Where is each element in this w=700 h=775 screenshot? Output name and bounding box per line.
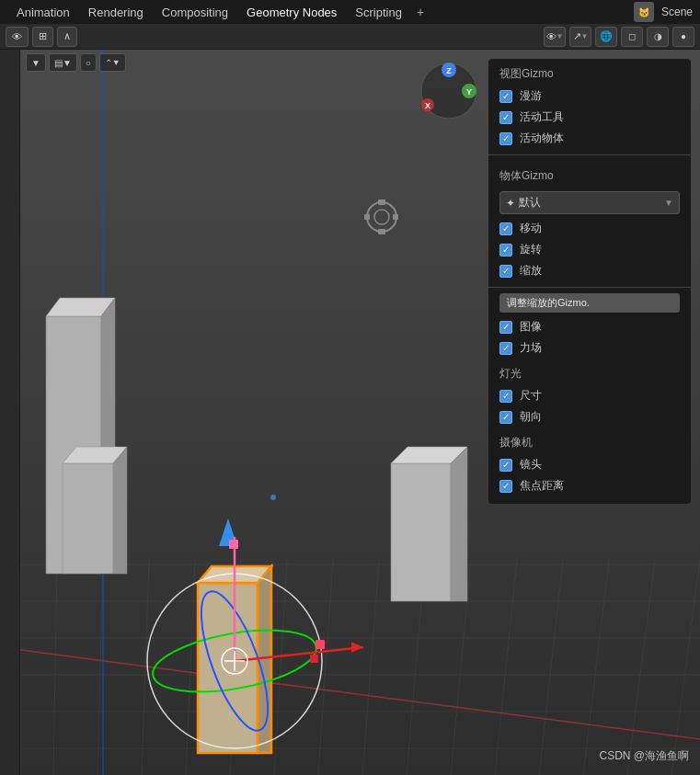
- focus-label: 焦点距离: [520, 478, 564, 494]
- svg-marker-30: [113, 447, 127, 574]
- overlay-icon-5[interactable]: ◑: [647, 27, 669, 47]
- direction-checkbox[interactable]: [499, 411, 512, 424]
- object-gizmo-dropdown[interactable]: ✦ 默认 ▼: [499, 191, 680, 214]
- wander-checkbox[interactable]: [499, 90, 512, 103]
- wave-button[interactable]: ∧: [57, 27, 77, 47]
- divider-2: [488, 287, 691, 288]
- viewport-top-left: ▼ ▤▼ ○ ⌃ ▼: [26, 53, 126, 72]
- dropdown-label: 默认: [519, 195, 541, 211]
- circle-icon: ○: [86, 58, 91, 68]
- svg-rect-33: [378, 199, 385, 205]
- active-object-label: 活动物体: [520, 131, 564, 146]
- mat-icon: ◑: [654, 31, 662, 41]
- active-object-checkbox[interactable]: [499, 132, 512, 145]
- eye-icon: 👁: [546, 31, 557, 42]
- axis-gizmo[interactable]: Z Y X: [417, 59, 481, 123]
- focus-checkbox[interactable]: [499, 480, 512, 493]
- viewport-circle-button[interactable]: ○: [80, 53, 97, 72]
- svg-text:X: X: [425, 101, 430, 110]
- view-gizmo-active-object[interactable]: 活动物体: [488, 128, 691, 149]
- menu-animation[interactable]: Animation: [7, 4, 79, 21]
- object-gizmo-scale[interactable]: 缩放: [488, 260, 691, 281]
- light-gizmo-direction[interactable]: 朝向: [488, 406, 691, 427]
- svg-rect-34: [378, 229, 385, 234]
- watermark: CSDN @海渔鱼啊: [599, 748, 689, 764]
- svg-text:Z: Z: [446, 66, 452, 75]
- scale-checkbox[interactable]: [499, 265, 512, 278]
- viewport-view-button[interactable]: ▼: [26, 53, 46, 72]
- overlay-icon-3[interactable]: 🌐: [595, 27, 617, 47]
- overlay-icon-1[interactable]: 👁 ▼: [544, 27, 566, 47]
- wave-icon: ∧: [63, 30, 71, 42]
- image-label: 图像: [520, 319, 542, 335]
- view-gizmo-title: 视图Gizmo: [488, 59, 691, 85]
- menu-rendering[interactable]: Rendering: [79, 4, 153, 21]
- svg-rect-28: [63, 463, 113, 574]
- object-gizmo-force[interactable]: 力场: [488, 337, 691, 359]
- size-label: 尺寸: [520, 388, 542, 404]
- force-checkbox[interactable]: [499, 342, 512, 355]
- dropdown-chevron-icon: ▼: [664, 198, 673, 208]
- dropdown-dot-icon: ✦: [506, 197, 515, 210]
- gizmo-panel: 视图Gizmo 漫游 活动工具 活动物体 物体Gizmo ✦ 默认 ▼: [488, 59, 691, 504]
- wave-dropdown-icon: ▼: [112, 58, 120, 67]
- scene-label: Scene: [661, 6, 693, 18]
- move-label: 移动: [520, 221, 542, 236]
- object-gizmo-rotate[interactable]: 旋转: [488, 239, 691, 260]
- view-icon: 👁: [12, 31, 22, 42]
- svg-rect-56: [310, 655, 318, 663]
- size-checkbox[interactable]: [499, 390, 512, 403]
- view-gizmo-wander[interactable]: 漫游: [488, 85, 691, 107]
- rotate-checkbox[interactable]: [499, 244, 512, 256]
- object-gizmo-image[interactable]: 图像: [488, 316, 691, 337]
- overlay-icon-6[interactable]: ●: [672, 27, 694, 47]
- wander-label: 漫游: [520, 88, 542, 104]
- subtoolbar: 👁 ⊞ ∧ 👁 ▼ ↗ ▼ 🌐 ◻ ◑ ●: [0, 24, 700, 50]
- select-icon: ▤▼: [54, 58, 72, 68]
- scale-label: 缩放: [520, 263, 542, 279]
- menu-add-tab[interactable]: +: [411, 3, 430, 21]
- svg-text:Y: Y: [466, 87, 472, 97]
- divider-1: [488, 154, 691, 155]
- force-label: 力场: [520, 340, 542, 356]
- svg-marker-39: [451, 447, 467, 601]
- viewport-wave-button[interactable]: ⌃ ▼: [99, 53, 126, 72]
- svg-rect-35: [364, 214, 370, 220]
- viewport[interactable]: ▼ ▤▼ ○ ⌃ ▼ Z Y X 视图Gizmo: [0, 50, 700, 775]
- svg-point-41: [270, 495, 276, 500]
- camera-gizmo-focus[interactable]: 焦点距离: [488, 475, 691, 496]
- move-checkbox[interactable]: [499, 222, 512, 235]
- render-icon: ●: [681, 31, 686, 41]
- image-checkbox[interactable]: [499, 321, 512, 334]
- grid-button[interactable]: ⊞: [32, 27, 53, 47]
- lens-checkbox[interactable]: [499, 459, 512, 472]
- viewport-select-button[interactable]: ▤▼: [49, 53, 77, 72]
- active-tool-label: 活动工具: [520, 109, 564, 125]
- object-gizmo-move[interactable]: 移动: [488, 218, 691, 239]
- view-menu-icon: ▼: [31, 58, 40, 68]
- camera-gizmo-lens[interactable]: 镜头: [488, 454, 691, 475]
- left-toolbar: [0, 50, 20, 775]
- lens-label: 镜头: [520, 457, 542, 473]
- menu-scripting[interactable]: Scripting: [346, 4, 411, 21]
- grid-icon: ⊞: [39, 30, 47, 42]
- object-gizmo-title: 物体Gizmo: [488, 161, 691, 188]
- active-tool-checkbox[interactable]: [499, 111, 512, 124]
- scale-gizmo-tooltip: 调整缩放的Gizmo.: [499, 293, 680, 313]
- light-gizmo-size[interactable]: 尺寸: [488, 385, 691, 406]
- object-gizmo-dropdown-row: ✦ 默认 ▼: [488, 188, 691, 218]
- arrow-icon: ↗: [573, 30, 581, 42]
- direction-label: 朝向: [520, 409, 542, 425]
- overlay-icon-2[interactable]: ↗ ▼: [569, 27, 591, 47]
- camera-gizmo-title: 摄像机: [488, 427, 691, 454]
- menu-compositing[interactable]: Compositing: [153, 4, 237, 21]
- overlay-icon-4[interactable]: ◻: [621, 27, 643, 47]
- globe-icon: 🌐: [600, 30, 613, 42]
- rotate-label: 旋转: [520, 242, 542, 257]
- view-button[interactable]: 👁: [6, 27, 29, 47]
- menu-geometry-nodes[interactable]: Geometry Nodes: [237, 4, 346, 21]
- solid-icon: ◻: [628, 31, 636, 41]
- svg-rect-50: [316, 640, 325, 649]
- view-gizmo-active-tool[interactable]: 活动工具: [488, 107, 691, 128]
- svg-rect-36: [393, 214, 398, 220]
